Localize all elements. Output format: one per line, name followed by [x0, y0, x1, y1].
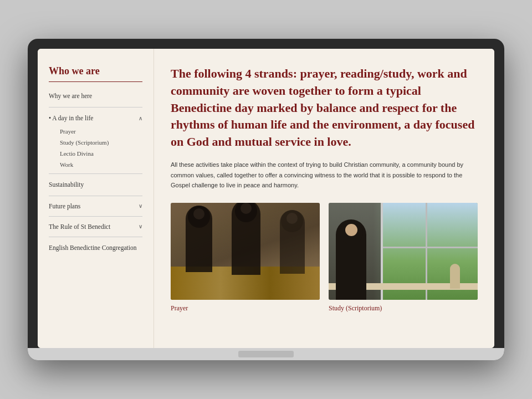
study-image	[329, 203, 478, 300]
main-body-text: All these activities take place within t…	[171, 160, 478, 191]
study-caption: Study (Scriptorium)	[329, 304, 478, 313]
statue-figure	[450, 264, 460, 289]
sidebar-item-future-plans[interactable]: Future plans ∨	[49, 200, 142, 213]
laptop-trackpad	[238, 351, 294, 357]
sidebar-subitem-lectio-divina[interactable]: Lectio Divina	[60, 148, 142, 159]
sidebar-divider	[49, 81, 142, 82]
prayer-image-container: Prayer	[171, 203, 320, 313]
window-cross-h	[383, 247, 478, 248]
main-content: The following 4 strands: prayer, reading…	[154, 49, 494, 348]
nun-figure-1	[186, 206, 212, 272]
section-divider-5	[49, 237, 142, 237]
sub-items-list: Prayer Study (Scriptorium) Lectio Divina…	[49, 126, 142, 170]
prayer-scene	[171, 203, 320, 300]
sidebar-subitem-work[interactable]: Work	[60, 159, 142, 170]
prayer-caption: Prayer	[171, 304, 320, 313]
images-row: Prayer Study (Scriptorium)	[171, 203, 478, 313]
laptop-base	[28, 348, 504, 360]
chevron-down-icon-rule: ∨	[139, 223, 142, 229]
sidebar-item-sustainability[interactable]: Sustainability	[49, 177, 142, 192]
section-divider-4	[49, 216, 142, 217]
laptop-screen: Who we are Why we are here • A day in th…	[38, 49, 494, 348]
nun-figure-2	[232, 203, 260, 275]
study-nun-figure	[336, 219, 366, 300]
sidebar-item-english-benedictine[interactable]: English Benedictine Congregation	[49, 241, 142, 255]
sidebar-item-rule-of-st-benedict[interactable]: The Rule of St Benedict ∨	[49, 220, 142, 233]
section-divider-2	[49, 173, 142, 174]
chevron-down-icon-future: ∨	[139, 203, 142, 209]
section-divider-1	[49, 107, 142, 108]
laptop-frame: Who we are Why we are here • A day in th…	[28, 39, 504, 360]
sidebar-item-why-we-are-here[interactable]: Why we are here	[49, 89, 142, 104]
main-heading: The following 4 strands: prayer, reading…	[171, 65, 478, 151]
chevron-up-icon: ∧	[139, 115, 142, 122]
sidebar-title: Who we are	[49, 65, 142, 77]
sidebar-item-a-day-in-the-life[interactable]: • A day in the life ∧	[49, 111, 142, 126]
sidebar: Who we are Why we are here • A day in th…	[38, 49, 154, 348]
sidebar-subitem-prayer[interactable]: Prayer	[60, 126, 142, 137]
study-image-container: Study (Scriptorium)	[329, 203, 478, 313]
section-divider-3	[49, 196, 142, 196]
nun-figure-3	[280, 210, 305, 274]
prayer-image	[171, 203, 320, 300]
sidebar-subitem-study[interactable]: Study (Scriptorium)	[60, 137, 142, 148]
